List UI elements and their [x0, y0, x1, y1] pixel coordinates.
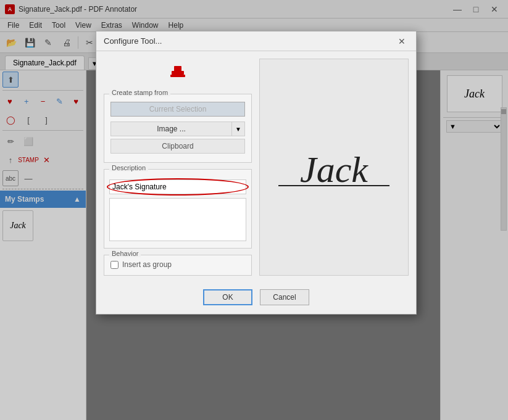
- stamp-icon-container: [104, 59, 252, 85]
- current-selection-button[interactable]: Current Selection: [110, 102, 245, 117]
- image-btn-group: Image ... ▼: [110, 121, 245, 136]
- dialog-close-button[interactable]: ✕: [395, 35, 409, 48]
- insert-as-group-label[interactable]: Insert as group: [122, 260, 172, 269]
- preview-container: Jack: [260, 149, 408, 186]
- svg-rect-1: [174, 66, 181, 72]
- stamp-tool-icon: [167, 59, 189, 85]
- stamp-svg-icon: [167, 59, 189, 81]
- dialog-body: Create stamp from Current Selection Imag…: [96, 51, 416, 283]
- svg-rect-2: [170, 75, 185, 77]
- clipboard-button[interactable]: Clipboard: [110, 139, 245, 154]
- cancel-button[interactable]: Cancel: [260, 289, 309, 305]
- behavior-legend: Behavior: [109, 250, 141, 257]
- insert-as-group-checkbox[interactable]: [110, 261, 119, 269]
- insert-as-group-row: Insert as group: [110, 260, 245, 269]
- modal-overlay: Configure Tool... ✕: [0, 0, 508, 420]
- description-legend: Description: [109, 164, 148, 171]
- ok-button[interactable]: OK: [203, 289, 252, 305]
- preview-underline: [278, 185, 389, 186]
- dialog-footer: OK Cancel: [96, 283, 416, 314]
- behavior-fieldset: Behavior Insert as group: [104, 255, 252, 276]
- dialog-title-bar: Configure Tool... ✕: [96, 31, 416, 51]
- description-input-row: [109, 179, 246, 194]
- description-input[interactable]: [109, 179, 246, 194]
- create-stamp-fieldset: Create stamp from Current Selection Imag…: [104, 94, 252, 163]
- image-button[interactable]: Image ...: [110, 121, 231, 136]
- create-stamp-legend: Create stamp from: [109, 89, 170, 96]
- description-textarea[interactable]: [109, 198, 246, 241]
- image-dropdown-arrow[interactable]: ▼: [231, 121, 245, 136]
- dialog-title-text: Configure Tool...: [104, 36, 395, 46]
- configure-tool-dialog: Configure Tool... ✕: [96, 31, 417, 315]
- description-fieldset: Description: [104, 169, 252, 249]
- sig-input-container: [109, 179, 246, 194]
- dialog-left-panel: Create stamp from Current Selection Imag…: [104, 59, 252, 276]
- dialog-preview-panel: Jack: [259, 59, 409, 276]
